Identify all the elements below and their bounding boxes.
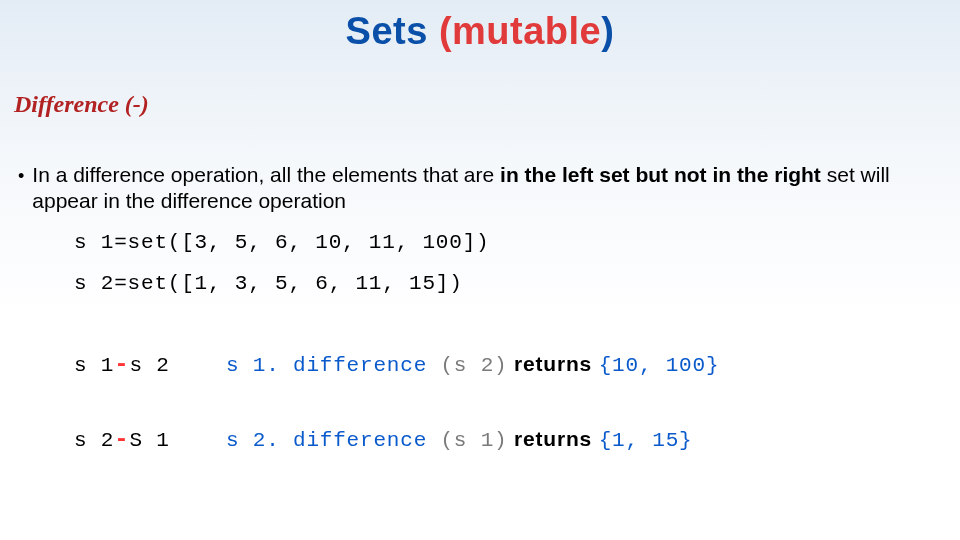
returns-label-1: returns bbox=[507, 352, 598, 375]
expr-s1-minus-s2: s 1-s 2 bbox=[74, 351, 226, 378]
method-arg-1: (s 2) bbox=[440, 354, 507, 377]
example-row-2: s 2-S 1 s 2. difference (s 1) returns {1… bbox=[74, 426, 948, 453]
expr2-lhs-b: S 1 bbox=[129, 429, 169, 452]
bullet-marker: • bbox=[18, 166, 24, 188]
expr-s2-minus-s1: s 2-S 1 bbox=[74, 426, 226, 453]
result-2: {1, 15} bbox=[599, 429, 693, 452]
expr1-lhs-a: s 1 bbox=[74, 354, 114, 377]
title-mutable: mutable bbox=[452, 10, 601, 52]
bullet-pre: In a difference operation, all the eleme… bbox=[32, 163, 500, 186]
method-call-2: s 2. difference bbox=[226, 429, 440, 452]
title-close-paren: ) bbox=[601, 10, 614, 52]
code-line-s2: s 2=set([1, 3, 5, 6, 11, 15]) bbox=[74, 272, 948, 295]
example-row-1: s 1-s 2 s 1. difference (s 2) returns {1… bbox=[74, 351, 948, 378]
title-open-paren: ( bbox=[439, 10, 452, 52]
example2-rhs: s 2. difference (s 1) returns {1, 15} bbox=[226, 427, 693, 452]
returns-label-2: returns bbox=[507, 427, 598, 450]
bullet-item: • In a difference operation, all the ele… bbox=[18, 162, 938, 215]
method-arg-2: (s 1) bbox=[440, 429, 507, 452]
slide: Sets (mutable) Difference (-) • In a dif… bbox=[0, 0, 960, 540]
example1-rhs: s 1. difference (s 2) returns {10, 100} bbox=[226, 352, 719, 377]
minus-icon: - bbox=[114, 351, 129, 378]
expr1-lhs-b: s 2 bbox=[129, 354, 169, 377]
slide-title: Sets (mutable) bbox=[12, 0, 948, 53]
expr2-lhs-a: s 2 bbox=[74, 429, 114, 452]
code-line-s1: s 1=set([3, 5, 6, 10, 11, 100]) bbox=[74, 231, 948, 254]
bullet-text: In a difference operation, all the eleme… bbox=[32, 162, 938, 215]
minus-icon: - bbox=[114, 426, 129, 453]
result-1: {10, 100} bbox=[599, 354, 720, 377]
section-heading: Difference (-) bbox=[14, 91, 948, 118]
method-call-1: s 1. difference bbox=[226, 354, 440, 377]
title-word-sets: Sets bbox=[346, 10, 439, 52]
bullet-bold: in the left set but not in the right bbox=[500, 163, 821, 186]
